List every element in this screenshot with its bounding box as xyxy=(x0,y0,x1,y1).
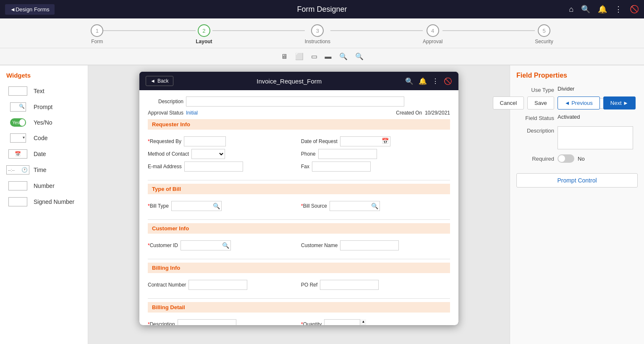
form-window-icons: 🔍 🔔 ⋮ 🚫 xyxy=(405,77,452,85)
phone-input[interactable] xyxy=(318,149,377,159)
form-bell-icon[interactable]: 🔔 xyxy=(419,77,427,85)
save-button[interactable]: Save xyxy=(527,96,554,109)
prompt-control-button[interactable]: Prompt Control xyxy=(516,173,638,188)
step-circle-5: 5 xyxy=(538,24,550,37)
date-of-request-wrap: 📅 xyxy=(340,136,390,146)
description-prop-label: Description xyxy=(516,126,554,134)
bill-type-wrap: 🔍 xyxy=(171,201,222,211)
widget-code-label: Code xyxy=(34,135,47,141)
widget-yesno-preview: Yes xyxy=(6,118,29,127)
toggle-track[interactable] xyxy=(558,154,574,163)
step-form[interactable]: 1 Form xyxy=(91,24,103,44)
step-line-1 xyxy=(103,30,196,31)
widget-text-preview xyxy=(6,86,29,96)
search-icon[interactable]: 🔍 xyxy=(581,5,590,14)
step-layout[interactable]: 2 Layout xyxy=(196,24,212,44)
bell-icon[interactable]: 🔔 xyxy=(598,5,607,14)
step-instructions[interactable]: 3 Instructions xyxy=(305,24,330,44)
cancel-button[interactable]: Cancel xyxy=(493,96,524,109)
toggle-knob xyxy=(558,155,565,162)
form-back-button[interactable]: ◄ Back xyxy=(146,76,173,86)
step-label-2: Layout xyxy=(196,39,212,44)
quantity-down[interactable]: ▼ xyxy=(360,324,366,325)
email-input[interactable] xyxy=(184,162,243,172)
required-label: Required xyxy=(516,154,554,162)
home-icon[interactable]: ⌂ xyxy=(569,5,573,14)
widget-signed[interactable]: Signed Number xyxy=(0,194,88,210)
widget-prompt[interactable]: 🔍 Prompt xyxy=(0,99,88,115)
prompt-control-section: Prompt Control xyxy=(516,169,638,188)
bd-description-field: Description xyxy=(148,319,297,325)
customer-id-search-icon: 🔍 xyxy=(222,242,229,249)
form-window-body: Description Approval Status Initial Crea… xyxy=(139,90,458,325)
requester-row-3: E-mail Address Fax xyxy=(148,162,450,172)
stepper: 1 Form 2 Layout 3 Instructions 4 Approva… xyxy=(0,18,644,48)
more-icon[interactable]: ⋮ xyxy=(615,5,622,14)
widget-date-label: Date xyxy=(34,151,46,157)
date-of-request-field: Date of Request 📅 xyxy=(301,136,450,146)
sep-1 xyxy=(148,180,450,180)
block-icon[interactable]: 🚫 xyxy=(630,5,639,14)
type-of-bill-fields: Bill Type 🔍 Bill Source 🔍 xyxy=(148,198,450,217)
app-title: Form Designer xyxy=(297,5,347,14)
phone-field: Phone xyxy=(301,149,450,159)
contract-number-input[interactable] xyxy=(188,280,247,290)
description-input[interactable] xyxy=(186,96,404,107)
form-search-icon[interactable]: 🔍 xyxy=(405,77,414,85)
step-approval[interactable]: 4 Approval xyxy=(423,24,442,44)
step-label-3: Instructions xyxy=(305,39,330,44)
mobile-icon[interactable]: ▬ xyxy=(323,52,333,61)
zoom-in-icon[interactable]: 🔍 xyxy=(338,52,349,61)
method-of-contact-select[interactable] xyxy=(191,149,225,159)
po-ref-input[interactable] xyxy=(320,280,379,290)
quantity-up[interactable]: ▲ xyxy=(360,319,366,324)
bd-description-input[interactable] xyxy=(178,319,236,325)
section-billing-info: Billing Info xyxy=(148,263,450,273)
step-label-4: Approval xyxy=(423,39,442,44)
customer-row: Customer ID 🔍 Customer Name xyxy=(148,240,450,250)
back-button[interactable]: ◄ Design Forms xyxy=(5,4,55,15)
widget-date-preview: 📅 xyxy=(6,149,29,159)
bill-source-wrap: 🔍 xyxy=(330,201,380,211)
widget-date[interactable]: 📅 Date xyxy=(0,146,88,162)
description-prop-textarea[interactable] xyxy=(558,126,633,149)
section-requester-info: Requester Info xyxy=(148,119,450,130)
form-block-icon[interactable]: 🚫 xyxy=(444,77,452,85)
customer-name-input[interactable] xyxy=(340,240,399,250)
widgets-title: Widgets xyxy=(0,70,88,83)
section-billing-detail: Billing Detail xyxy=(148,302,450,313)
form-window-header: ◄ Back Invoice_Request_Form 🔍 🔔 ⋮ 🚫 xyxy=(139,72,458,90)
previous-button[interactable]: ◄ Previous xyxy=(558,96,600,109)
tablet-portrait-icon[interactable]: ▭ xyxy=(309,52,319,61)
next-button[interactable]: Next ► xyxy=(603,96,636,109)
step-security[interactable]: 5 Security xyxy=(535,24,553,44)
use-type-value: Divider xyxy=(558,86,574,92)
desktop-icon[interactable]: 🖥 xyxy=(279,52,289,61)
contract-number-field: Contract Number xyxy=(148,280,297,290)
form-more-icon[interactable]: ⋮ xyxy=(432,77,439,85)
customer-name-field: Customer Name xyxy=(301,240,450,250)
widget-time[interactable]: --:-- 🕐 Time xyxy=(0,162,88,178)
required-toggle[interactable]: No xyxy=(558,154,585,163)
properties-title: Field Properties xyxy=(516,72,638,79)
field-status-row: Field Status Activated xyxy=(516,114,638,121)
zoom-out-icon[interactable]: 🔍 xyxy=(353,52,365,61)
quantity-spinner: ▲ ▼ xyxy=(324,319,366,325)
widget-text[interactable]: Text xyxy=(0,83,88,99)
desc-label: Description xyxy=(148,99,183,104)
description-row: Description xyxy=(148,96,450,107)
sep-2 xyxy=(148,219,450,220)
description-prop-row: Description xyxy=(516,126,638,149)
widget-yesno[interactable]: Yes Yes/No xyxy=(0,115,88,130)
fax-input[interactable] xyxy=(312,162,371,172)
use-type-row: Use Type Divider xyxy=(516,86,638,93)
section-type-of-bill: Type of Bill xyxy=(148,184,450,194)
widget-yesno-label: Yes/No xyxy=(34,119,52,126)
tablet-landscape-icon[interactable]: ⬜ xyxy=(293,52,305,61)
widget-number[interactable]: Number xyxy=(0,178,88,194)
widget-code[interactable]: ▾ Code xyxy=(0,130,88,146)
top-bar-icons: ⌂ 🔍 🔔 ⋮ 🚫 xyxy=(569,5,639,14)
requested-by-input[interactable] xyxy=(184,136,226,146)
sep-3 xyxy=(148,259,450,259)
widget-signed-preview xyxy=(6,197,29,206)
